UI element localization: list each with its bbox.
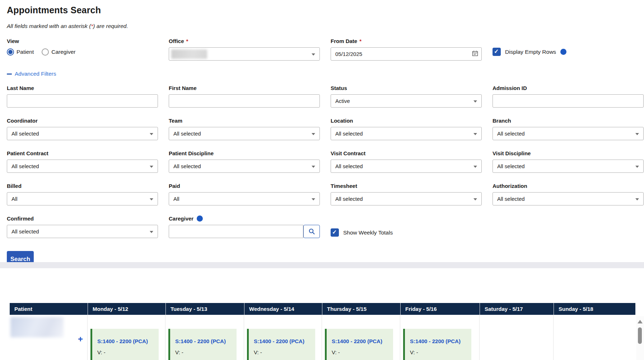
column-header-friday: Friday - 5/16 <box>400 303 480 315</box>
patient-discipline-label: Patient Discipline <box>169 150 320 156</box>
column-header-thursday: Thursday - 5/15 <box>322 303 400 315</box>
location-field: Location All selected <box>331 118 482 140</box>
appointment-schedule-link[interactable]: S:1400 - 2200 (PCA) <box>175 338 234 344</box>
from-date-required-asterisk: * <box>359 38 361 44</box>
show-weekly-totals-checkbox[interactable] <box>331 228 339 237</box>
confirmed-select[interactable]: All selected <box>7 225 158 238</box>
search-icon <box>308 228 315 235</box>
column-header-monday: Monday - 5/12 <box>88 303 165 315</box>
timesheet-field: Timesheet All selected <box>331 183 482 205</box>
info-icon[interactable] <box>197 215 203 222</box>
day-cell-saturday-empty <box>480 315 554 360</box>
advanced-filter-grid: Last Name First Name Status Active Admis… <box>7 85 644 238</box>
required-note-prefix: All fields marked with an asterisk ( <box>7 23 91 29</box>
last-name-input[interactable] <box>7 94 158 108</box>
status-label: Status <box>331 85 482 91</box>
branch-value: All selected <box>497 131 525 137</box>
visit-discipline-field: Visit Discipline All selected <box>493 150 644 173</box>
vertical-scrollbar[interactable] <box>636 316 644 360</box>
view-option-caregiver-label: Caregiver <box>51 49 75 55</box>
patient-discipline-select[interactable]: All selected <box>169 160 320 173</box>
appointment-schedule-link[interactable]: S:1400 - 2200 (PCA) <box>97 338 156 344</box>
office-field: Office* <box>169 38 320 61</box>
add-appointment-button[interactable]: + <box>78 335 83 344</box>
appointments-results-table: Patient Monday - 5/12 Tuesday - 5/13 Wed… <box>10 303 635 360</box>
scrollbar-thumb[interactable] <box>638 327 642 344</box>
table-header-row: Patient Monday - 5/12 Tuesday - 5/13 Wed… <box>10 303 635 315</box>
from-date-input[interactable] <box>331 47 482 61</box>
team-field: Team All selected <box>169 118 320 140</box>
last-name-field: Last Name <box>7 85 158 108</box>
appointment-schedule-link[interactable]: S:1400 - 2200 (PCA) <box>410 338 468 344</box>
appointment-schedule-link[interactable]: S:1400 - 2200 (PCA) <box>332 338 390 344</box>
coordinator-select[interactable]: All selected <box>7 127 158 140</box>
chevron-down-icon <box>473 166 477 168</box>
view-option-caregiver[interactable]: Caregiver <box>42 48 75 56</box>
from-date-field: From Date* <box>331 38 482 61</box>
patient-name-redacted <box>10 317 64 337</box>
admission-id-field: Admission ID <box>493 85 644 108</box>
patient-contract-select[interactable]: All selected <box>7 160 158 173</box>
column-header-sunday: Sunday - 5/18 <box>554 303 635 315</box>
required-note: All fields marked with an asterisk (*) a… <box>7 23 644 29</box>
confirmed-value: All selected <box>11 228 39 235</box>
caregiver-search-button[interactable] <box>303 225 320 238</box>
paid-label: Paid <box>169 183 320 189</box>
view-radio-group: Patient Caregiver <box>7 48 158 56</box>
visit-contract-value: All selected <box>335 163 363 169</box>
show-weekly-totals-field: Show Weekly Totals <box>331 228 482 238</box>
timesheet-label: Timesheet <box>331 183 482 189</box>
team-select[interactable]: All selected <box>169 127 320 140</box>
confirmed-field: Confirmed All selected <box>7 215 158 238</box>
visit-contract-select[interactable]: All selected <box>331 160 482 173</box>
status-select[interactable]: Active <box>331 94 482 108</box>
paid-field: Paid All <box>169 183 320 205</box>
advanced-filters-toggle[interactable]: Advanced Filters <box>7 71 56 77</box>
radio-selected-icon[interactable] <box>7 48 14 56</box>
info-icon[interactable] <box>560 49 566 55</box>
visit-discipline-select[interactable]: All selected <box>493 160 644 173</box>
authorization-value: All selected <box>497 196 525 202</box>
day-cell-thursday: S:1400 - 2200 (PCA) V: - <box>322 315 400 360</box>
appointment-schedule-link[interactable]: S:1400 - 2200 (PCA) <box>254 338 312 344</box>
timesheet-select[interactable]: All selected <box>331 192 482 205</box>
caregiver-label: Caregiver <box>169 215 320 222</box>
section-divider <box>0 262 644 268</box>
chevron-down-icon <box>312 133 315 135</box>
patient-cell: + <box>10 315 88 360</box>
chevron-down-icon <box>150 198 153 200</box>
branch-field: Branch All selected <box>493 118 644 140</box>
office-select[interactable] <box>169 47 320 61</box>
chevron-down-icon <box>312 198 315 200</box>
first-name-input[interactable] <box>169 94 320 108</box>
radio-unselected-icon[interactable] <box>42 48 49 56</box>
coordinator-field: Coordinator All selected <box>7 118 158 140</box>
patient-contract-label: Patient Contract <box>7 150 158 156</box>
display-empty-rows-checkbox[interactable] <box>493 48 501 56</box>
billed-field: Billed All <box>7 183 158 205</box>
required-note-suffix: ) are required. <box>93 23 128 29</box>
appointment-block: S:1400 - 2200 (PCA) V: - <box>247 329 315 360</box>
top-filter-row: View Patient Caregiver Office* From Date… <box>7 38 644 61</box>
authorization-select[interactable]: All selected <box>493 192 644 205</box>
billed-select[interactable]: All <box>7 192 158 205</box>
appointment-visit-text: V: - <box>410 349 468 355</box>
first-name-label: First Name <box>169 85 320 91</box>
scroll-up-arrow-icon[interactable] <box>638 320 643 323</box>
view-option-patient[interactable]: Patient <box>7 48 34 56</box>
show-weekly-totals-label: Show Weekly Totals <box>343 229 393 236</box>
branch-select[interactable]: All selected <box>493 127 644 140</box>
paid-select[interactable]: All <box>169 192 320 205</box>
admission-id-input[interactable] <box>493 94 644 108</box>
patient-contract-value: All selected <box>11 163 39 169</box>
appointment-block: S:1400 - 2200 (PCA) V: - <box>90 329 159 360</box>
visit-contract-field: Visit Contract All selected <box>331 150 482 173</box>
day-cell-friday: S:1400 - 2200 (PCA) V: - <box>400 315 480 360</box>
appointment-block: S:1400 - 2200 (PCA) V: - <box>325 329 393 360</box>
patient-contract-field: Patient Contract All selected <box>7 150 158 173</box>
calendar-icon[interactable] <box>472 50 478 58</box>
display-empty-rows-field: Display Empty Rows <box>493 48 644 61</box>
caregiver-input[interactable] <box>169 225 303 238</box>
location-select[interactable]: All selected <box>331 127 482 140</box>
caregiver-field: Caregiver <box>169 215 320 238</box>
